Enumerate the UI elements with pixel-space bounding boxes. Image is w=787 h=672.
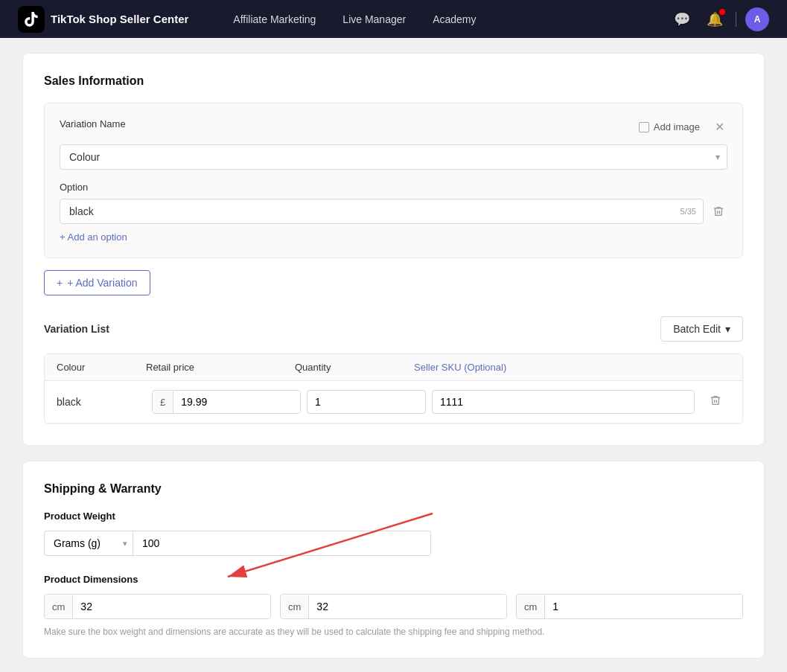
nav-links: Affiliate Marketing Live Manager Academy [233, 13, 640, 25]
price-input-wrapper: £ [152, 390, 301, 414]
add-variation-label: + Add Variation [67, 277, 137, 289]
col-seller-sku: Seller SKU (Optional) [414, 362, 701, 373]
page-wrapper: Sales Information Variation Name Add ima… [0, 38, 787, 672]
dim2-unit: cm [281, 595, 309, 618]
notification-badge [719, 9, 725, 15]
variation-list-header: Variation List Batch Edit ▾ [44, 316, 743, 342]
currency-symbol: £ [153, 391, 173, 413]
option-input[interactable] [60, 199, 704, 224]
shipping-hint: Make sure the box weight and dimensions … [44, 627, 743, 637]
price-input[interactable] [173, 391, 300, 413]
dimensions-label: Product Dimensions [44, 574, 743, 585]
col-actions [701, 362, 730, 373]
brand-name: TikTok Shop Seller Center [51, 13, 188, 25]
batch-edit-button[interactable]: Batch Edit ▾ [660, 316, 743, 342]
navbar: TikTok Shop Seller Center Affiliate Mark… [0, 0, 787, 38]
row-colour: black [57, 396, 146, 408]
dim2-wrapper: cm [280, 594, 507, 619]
unit-select-wrapper: Grams (g) ▾ [44, 531, 133, 556]
weight-row: Grams (g) ▾ [44, 531, 431, 556]
colour-select-wrapper: Colour ▾ [60, 144, 727, 170]
dim3-unit: cm [517, 595, 545, 618]
add-option-link[interactable]: + Add an option [60, 231, 127, 243]
delete-option-button[interactable] [710, 202, 727, 220]
add-variation-button[interactable]: + + Add Variation [44, 270, 150, 295]
shipping-title: Shipping & Warranty [44, 482, 743, 496]
plus-icon: + [57, 277, 63, 289]
add-image-checkbox[interactable] [639, 122, 649, 132]
col-colour: Colour [57, 362, 146, 373]
nav-academy[interactable]: Academy [433, 13, 476, 25]
dim3-wrapper: cm [516, 594, 743, 619]
sku-input[interactable] [432, 390, 695, 414]
nav-divider [736, 12, 736, 27]
col-quantity: Quantity [295, 362, 414, 373]
sales-info-title: Sales Information [44, 74, 743, 88]
dimensions-row: cm cm cm [44, 594, 743, 619]
dim1-input[interactable] [73, 595, 270, 618]
option-input-wrapper: 5/35 [60, 199, 704, 224]
weight-unit-select[interactable]: Grams (g) [44, 531, 133, 556]
batch-edit-label: Batch Edit [673, 323, 721, 335]
table-row: black £ [45, 381, 742, 423]
variation-name-label: Variation Name [60, 118, 126, 129]
char-count: 5/35 [681, 207, 696, 216]
nav-affiliate-marketing[interactable]: Affiliate Marketing [233, 13, 316, 25]
table-header: Colour Retail price Quantity Seller SKU … [45, 354, 742, 381]
option-label: Option [60, 182, 727, 193]
variation-list-label: Variation List [44, 323, 109, 335]
batch-edit-chevron-icon: ▾ [725, 323, 730, 335]
quantity-input[interactable] [307, 390, 426, 414]
bell-icon[interactable]: 🔔 [703, 7, 727, 31]
colour-select[interactable]: Colour [60, 144, 727, 170]
dim1-unit: cm [45, 595, 73, 618]
shipping-card: Shipping & Warranty Product Weight Grams… [22, 461, 765, 659]
variation-box: Variation Name Add image ✕ Colour ▾ Opti… [44, 103, 743, 258]
variation-table: Colour Retail price Quantity Seller SKU … [44, 353, 743, 424]
sales-info-card: Sales Information Variation Name Add ima… [22, 53, 765, 446]
nav-right: 💬 🔔 A [670, 7, 769, 31]
dim2-input[interactable] [309, 595, 506, 618]
nav-live-manager[interactable]: Live Manager [342, 13, 406, 25]
avatar[interactable]: A [745, 7, 769, 31]
add-image-label[interactable]: Add image [639, 121, 700, 132]
weight-input[interactable] [133, 531, 431, 556]
dim1-wrapper: cm [44, 594, 271, 619]
tiktok-logo-icon [18, 6, 45, 33]
brand-logo[interactable]: TikTok Shop Seller Center [18, 6, 188, 33]
chat-icon[interactable]: 💬 [670, 7, 694, 31]
delete-row-button[interactable] [701, 394, 730, 409]
col-retail-price: Retail price [146, 362, 295, 373]
variation-name-header: Variation Name Add image ✕ [60, 118, 727, 135]
option-row: 5/35 [60, 199, 727, 224]
weight-label: Product Weight [44, 511, 743, 522]
dim3-input[interactable] [545, 595, 742, 618]
variation-close-button[interactable]: ✕ [712, 120, 727, 134]
main-content: Sales Information Variation Name Add ima… [0, 38, 787, 672]
